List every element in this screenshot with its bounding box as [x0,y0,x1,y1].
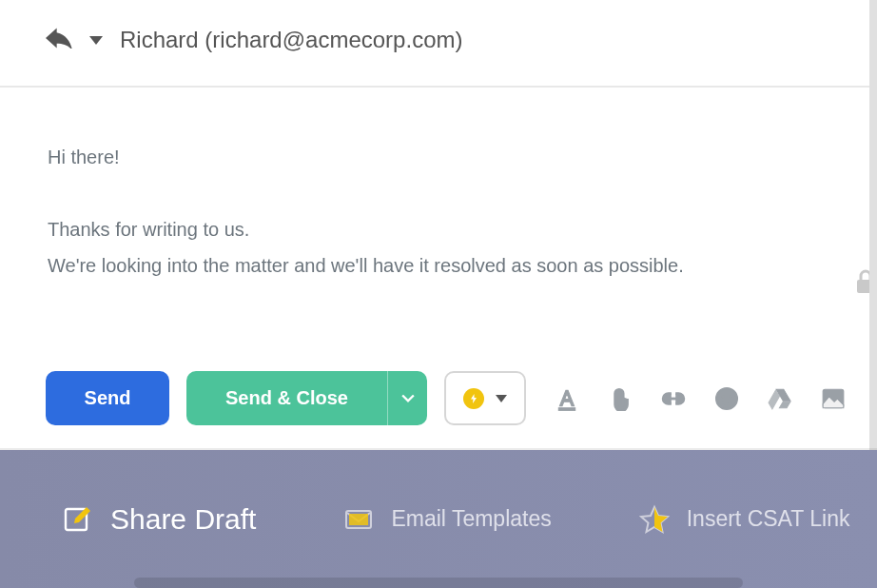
more-options-dropdown[interactable] [444,371,526,425]
svg-rect-8 [349,514,368,525]
emoji-icon[interactable] [714,386,739,411]
share-draft-label: Share Draft [110,503,256,536]
svg-point-3 [729,395,731,398]
reply-mode-dropdown[interactable] [89,36,103,45]
body-line: We're looking into the matter and we'll … [48,247,829,284]
envelope-icon [343,504,374,535]
insert-csat-button[interactable]: Insert CSAT Link [639,504,850,535]
body-line: Thanks for writing to us. [48,211,829,247]
svg-point-1 [716,388,737,409]
bottom-action-bar: Share Draft Email Templates Insert CSAT … [0,450,877,588]
link-icon[interactable] [661,386,686,411]
text-format-icon[interactable] [555,386,579,411]
edit-icon [63,504,93,535]
svg-point-2 [722,395,725,398]
header-separator [0,86,877,88]
reply-icon[interactable] [46,28,72,52]
body-line: Hi there! [48,139,829,175]
drive-icon[interactable] [768,386,792,411]
send-and-close-button[interactable]: Send & Close [186,371,387,425]
scrollbar-track[interactable] [869,0,877,450]
insert-csat-label: Insert CSAT Link [687,506,850,532]
send-and-close-dropdown[interactable] [387,371,427,425]
email-templates-label: Email Templates [391,506,551,532]
recipient-header: Richard (richard@acmecorp.com) [0,0,877,72]
send-close-group: Send & Close [186,371,427,425]
star-icon [639,504,670,535]
email-templates-button[interactable]: Email Templates [343,504,551,535]
compose-toolbar: Send Send & Close [46,371,877,425]
compose-panel: Richard (richard@acmecorp.com) Hi there!… [0,0,877,450]
message-body[interactable]: Hi there! Thanks for writing to us. We'r… [0,72,877,284]
attachment-icon[interactable] [608,386,633,411]
recipient-label: Richard (richard@acmecorp.com) [120,27,462,53]
formatting-icons [555,386,846,411]
horizontal-scrollbar[interactable] [134,578,743,588]
share-draft-button[interactable]: Share Draft [63,503,256,536]
send-button[interactable]: Send [46,371,169,425]
bolt-icon [463,388,484,409]
svg-rect-0 [558,407,575,410]
chevron-down-icon [496,395,507,402]
image-icon[interactable] [821,386,846,411]
